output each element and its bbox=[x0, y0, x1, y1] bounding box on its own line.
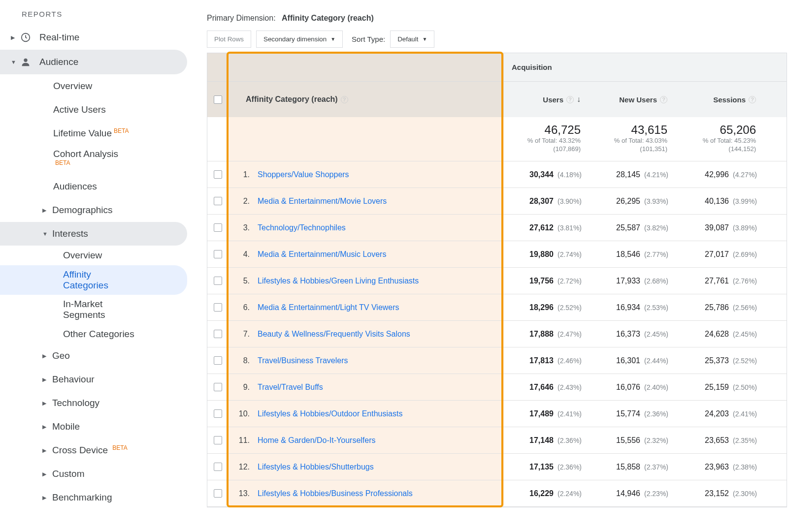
category-link[interactable]: Beauty & Wellness/Frequently Visits Salo… bbox=[258, 330, 410, 339]
cell-sessions: 25,373(2.52%) bbox=[677, 356, 766, 365]
cell-users: 30,344(4.18%) bbox=[504, 170, 591, 179]
cell-users: 17,489(2.41%) bbox=[504, 409, 591, 418]
sidebar-sub-benchmarking[interactable]: ▶Benchmarking bbox=[0, 486, 187, 509]
row-checkbox[interactable] bbox=[214, 277, 222, 285]
row-checkbox[interactable] bbox=[214, 250, 222, 258]
row-rank: 7. bbox=[238, 330, 250, 339]
cell-sessions: 23,963(2.38%) bbox=[677, 463, 766, 471]
cell-newusers: 18,546(2.77%) bbox=[591, 250, 677, 259]
sidebar-sub-cohort[interactable]: Cohort AnalysisBETA bbox=[0, 145, 187, 175]
sidebar-sub-audiences[interactable]: Audiences bbox=[0, 175, 187, 198]
row-rank: 13. bbox=[238, 489, 250, 498]
sidebar-sub2-other[interactable]: Other Categories bbox=[0, 324, 187, 344]
category-link[interactable]: Shoppers/Value Shoppers bbox=[258, 170, 349, 179]
cell-newusers: 15,858(2.37%) bbox=[591, 463, 677, 471]
row-rank: 3. bbox=[238, 223, 250, 232]
row-checkbox[interactable] bbox=[214, 223, 222, 232]
chevron-down-icon: ▼ bbox=[422, 36, 427, 42]
cell-sessions: 23,152(2.30%) bbox=[677, 489, 766, 498]
table-row: 5.Lifestyles & Hobbies/Green Living Enth… bbox=[207, 268, 787, 294]
sidebar-item-label: Audiences bbox=[53, 181, 97, 192]
sidebar-sub-geo[interactable]: ▶Geo bbox=[0, 344, 187, 368]
cell-newusers: 16,301(2.44%) bbox=[591, 356, 677, 365]
category-link[interactable]: Lifestyles & Hobbies/Shutterbugs bbox=[258, 463, 374, 471]
sidebar-sub-demographics[interactable]: ▶Demographics bbox=[0, 198, 187, 222]
plot-rows-button[interactable]: Plot Rows bbox=[207, 31, 251, 48]
table-row: 7.Beauty & Wellness/Frequently Visits Sa… bbox=[207, 321, 787, 347]
sidebar-sub-mobile[interactable]: ▶Mobile bbox=[0, 415, 187, 438]
category-link[interactable]: Travel/Business Travelers bbox=[258, 356, 348, 365]
help-icon[interactable]: ? bbox=[749, 96, 756, 103]
column-header-newusers[interactable]: New Users ? bbox=[591, 82, 677, 117]
sidebar-sub-activeusers[interactable]: Active Users bbox=[0, 98, 187, 122]
cell-newusers: 16,934(2.53%) bbox=[591, 303, 677, 312]
row-checkbox[interactable] bbox=[214, 463, 222, 471]
row-checkbox[interactable] bbox=[214, 330, 222, 338]
help-icon[interactable]: ? bbox=[660, 96, 667, 103]
row-rank: 2. bbox=[238, 197, 250, 206]
beta-badge: BETA bbox=[112, 444, 127, 451]
column-header-category[interactable]: Affinity Category (reach) bbox=[246, 95, 338, 104]
primary-dimension-label: Primary Dimension: bbox=[207, 14, 276, 22]
row-checkbox[interactable] bbox=[214, 356, 222, 365]
help-icon[interactable]: ? bbox=[341, 96, 348, 103]
sidebar-sub2-inmarket[interactable]: In-MarketSegments bbox=[0, 295, 187, 324]
cell-users: 17,813(2.46%) bbox=[504, 356, 591, 365]
category-link[interactable]: Lifestyles & Hobbies/Business Profession… bbox=[258, 489, 413, 498]
sidebar-item-audience[interactable]: ▼ Audience bbox=[0, 50, 187, 74]
sidebar-item-label: Cross Device BETA bbox=[52, 444, 128, 456]
sidebar-sub2-affinity[interactable]: AffinityCategories bbox=[0, 265, 187, 295]
primary-dimension-value[interactable]: Affinity Category (reach) bbox=[282, 14, 374, 22]
reports-heading: REPORTS bbox=[0, 6, 187, 25]
caret-right-icon: ▶ bbox=[42, 376, 52, 383]
sidebar-item-label: Audience bbox=[39, 57, 187, 67]
row-checkbox[interactable] bbox=[214, 303, 222, 312]
table-row: 2.Media & Entertainment/Movie Lovers28,3… bbox=[207, 188, 787, 215]
sidebar-sub-lifetimevalue[interactable]: Lifetime ValueBETA bbox=[0, 122, 187, 145]
sidebar-sub2-overview[interactable]: Overview bbox=[0, 246, 187, 265]
row-checkbox[interactable] bbox=[214, 489, 222, 498]
category-link[interactable]: Lifestyles & Hobbies/Green Living Enthus… bbox=[258, 277, 419, 285]
table-row: 11.Home & Garden/Do-It-Yourselfers17,148… bbox=[207, 427, 787, 454]
column-header-users[interactable]: Users ? ↓ bbox=[504, 82, 591, 117]
caret-down-icon: ▼ bbox=[42, 231, 52, 237]
row-checkbox[interactable] bbox=[214, 170, 222, 179]
sidebar-item-label: Technology bbox=[52, 398, 99, 408]
row-checkbox[interactable] bbox=[214, 197, 222, 205]
sidebar-sub-technology[interactable]: ▶Technology bbox=[0, 391, 187, 415]
sidebar-sub-overview[interactable]: Overview bbox=[0, 74, 187, 98]
category-link[interactable]: Technology/Technophiles bbox=[258, 223, 346, 232]
row-rank: 5. bbox=[238, 277, 250, 285]
sidebar-sub-custom[interactable]: ▶Custom bbox=[0, 462, 187, 486]
sidebar-sub-interests[interactable]: ▼Interests bbox=[0, 222, 187, 246]
secondary-dimension-dropdown[interactable]: Secondary dimension ▼ bbox=[256, 31, 343, 48]
row-checkbox[interactable] bbox=[214, 409, 222, 418]
category-link[interactable]: Travel/Travel Buffs bbox=[258, 383, 323, 392]
sidebar-item-label: Geo bbox=[52, 350, 70, 361]
category-link[interactable]: Home & Garden/Do-It-Yourselfers bbox=[258, 436, 376, 445]
sidebar-item-realtime[interactable]: ▶ Real-time bbox=[0, 25, 187, 50]
table-row: 1.Shoppers/Value Shoppers30,344(4.18%)28… bbox=[207, 161, 787, 188]
sort-desc-icon: ↓ bbox=[577, 95, 581, 104]
caret-right-icon: ▶ bbox=[42, 471, 52, 477]
sidebar-sub-crossdevice[interactable]: ▶ Cross Device BETA bbox=[0, 438, 187, 462]
row-checkbox[interactable] bbox=[214, 436, 222, 444]
caret-right-icon: ▶ bbox=[42, 424, 52, 430]
sidebar-item-label: Active Users bbox=[53, 104, 106, 115]
help-icon[interactable]: ? bbox=[566, 96, 574, 103]
column-header-sessions[interactable]: Sessions ? bbox=[677, 82, 766, 117]
sidebar-sub-behaviour[interactable]: ▶Behaviour bbox=[0, 368, 187, 391]
row-rank: 6. bbox=[238, 303, 250, 312]
category-link[interactable]: Media & Entertainment/Movie Lovers bbox=[258, 197, 387, 206]
row-rank: 12. bbox=[238, 463, 250, 471]
sidebar-item-label: AffinityCategories bbox=[63, 269, 108, 291]
sidebar-item-label: Interests bbox=[52, 228, 88, 239]
select-all-checkbox[interactable] bbox=[214, 95, 222, 104]
row-checkbox[interactable] bbox=[214, 383, 222, 391]
sort-type-dropdown[interactable]: Default ▼ bbox=[390, 31, 434, 48]
category-link[interactable]: Media & Entertainment/Light TV Viewers bbox=[258, 303, 399, 312]
cell-users: 19,880(2.74%) bbox=[504, 250, 591, 259]
category-link[interactable]: Media & Entertainment/Music Lovers bbox=[258, 250, 386, 259]
category-link[interactable]: Lifestyles & Hobbies/Outdoor Enthusiasts bbox=[258, 409, 402, 418]
sidebar-item-label: In-MarketSegments bbox=[63, 299, 105, 320]
